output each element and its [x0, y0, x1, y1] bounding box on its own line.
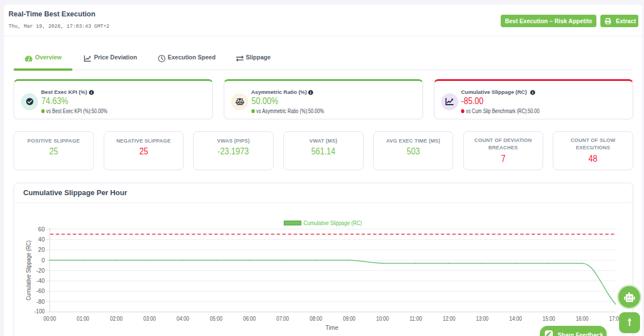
svg-text:06:00: 06:00 [243, 315, 255, 322]
svg-text:10:00: 10:00 [376, 315, 389, 322]
svg-text:20: 20 [38, 246, 45, 253]
svg-text:11:00: 11:00 [410, 315, 422, 322]
svg-text:12:00: 12:00 [443, 315, 455, 322]
svg-text:04:00: 04:00 [177, 315, 189, 322]
svg-text:0: 0 [41, 257, 45, 264]
svg-text:05:00: 05:00 [210, 315, 223, 322]
svg-text:00:00: 00:00 [44, 315, 56, 322]
svg-text:14:00: 14:00 [509, 315, 522, 322]
svg-text:08:00: 08:00 [310, 315, 322, 322]
svg-text:01:00: 01:00 [77, 315, 89, 322]
svg-text:15:00: 15:00 [543, 315, 555, 322]
svg-text:13:00: 13:00 [476, 315, 489, 322]
svg-text:60: 60 [38, 226, 45, 232]
svg-text:40: 40 [38, 236, 45, 243]
svg-text:03:00: 03:00 [143, 315, 156, 322]
svg-text:-80: -80 [36, 298, 45, 305]
svg-text:09:00: 09:00 [343, 315, 356, 322]
svg-text:02:00: 02:00 [110, 315, 122, 322]
svg-text:16:00: 16:00 [576, 315, 588, 322]
svg-text:-20: -20 [36, 267, 45, 274]
svg-text:Cumulative Slippage (RC): Cumulative Slippage (RC) [25, 240, 32, 300]
svg-text:-40: -40 [36, 277, 45, 284]
svg-text:07:00: 07:00 [276, 315, 289, 322]
svg-text:Cumulative Slippage (RC): Cumulative Slippage (RC) [304, 219, 362, 226]
svg-text:-60: -60 [36, 287, 45, 294]
svg-text:-100: -100 [35, 308, 45, 315]
svg-text:Time: Time [326, 324, 339, 331]
